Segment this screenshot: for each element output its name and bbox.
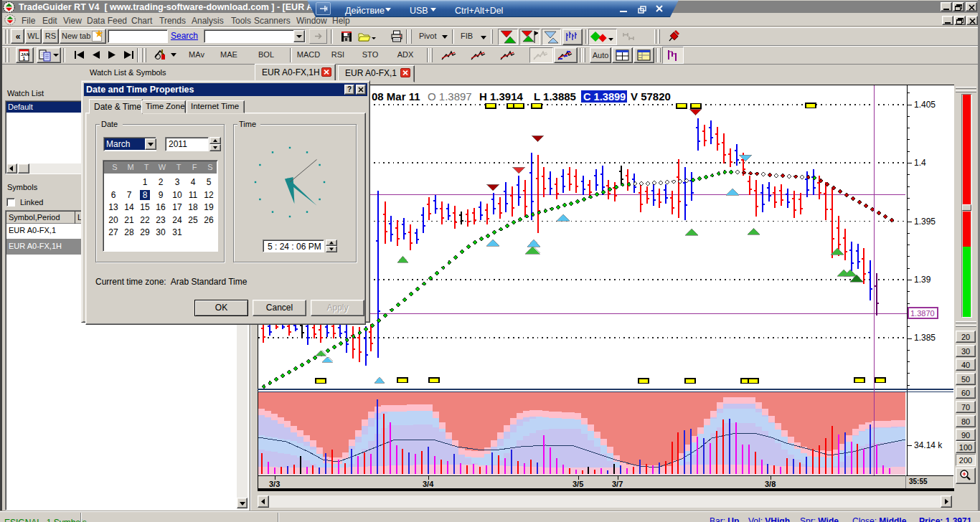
- svg-text:3/5: 3/5: [573, 480, 583, 488]
- svg-text:1.39: 1.39: [914, 275, 931, 285]
- svg-text:V 57820: V 57820: [631, 90, 671, 103]
- svg-text:1.385: 1.385: [914, 333, 936, 343]
- svg-text:O 1.3897: O 1.3897: [428, 90, 472, 103]
- svg-text:08 Mar 11: 08 Mar 11: [372, 90, 420, 103]
- svg-text:1.395: 1.395: [914, 217, 936, 227]
- svg-text:H 1.3914: H 1.3914: [479, 90, 524, 103]
- svg-text:1.405: 1.405: [914, 100, 936, 110]
- svg-text:35:55: 35:55: [909, 478, 928, 485]
- svg-text:34.14 k: 34.14 k: [914, 440, 943, 450]
- svg-text:3/8: 3/8: [765, 480, 776, 488]
- svg-text:L 1.3885: L 1.3885: [534, 90, 576, 103]
- svg-text:3/7: 3/7: [612, 480, 623, 488]
- svg-text:C 1.3899: C 1.3899: [583, 91, 626, 103]
- svg-text:3/3: 3/3: [269, 480, 280, 488]
- svg-text:3/4: 3/4: [423, 480, 434, 488]
- svg-text:1.3870: 1.3870: [910, 309, 935, 318]
- svg-text:1.4: 1.4: [914, 158, 926, 168]
